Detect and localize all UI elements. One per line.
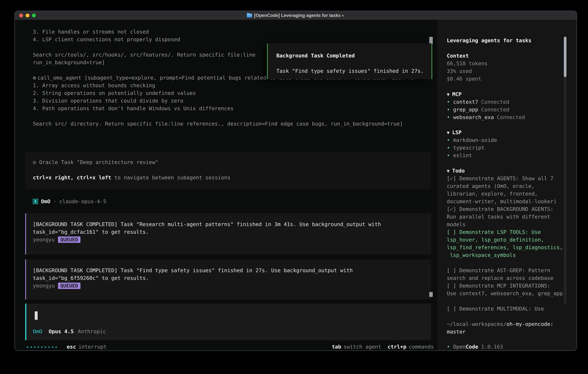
input-agent-name: OmO (33, 328, 42, 335)
task-message-line: [BACKGROUND TASK COMPLETED] Task "Find t… (33, 267, 431, 274)
background-task-notification: Background Task Completed Task "Find typ… (267, 43, 432, 79)
task-author-row: yeongyu QUEUED (33, 236, 431, 243)
transcript-line (33, 112, 438, 120)
main-scrollbar-thumb-bottom[interactable] (429, 292, 433, 297)
session-sidebar: Leveraging agents for tasks Context 66,5… (437, 20, 577, 351)
todo-section-header[interactable]: ▼Todo (447, 167, 465, 175)
omo-agent-icon (33, 199, 38, 204)
app-version: •OpenCode1.0.163 (447, 343, 503, 351)
status-dot-icon: • (447, 344, 450, 350)
todo-item-pending: [ ] Demonstrate MCP INTEGRATIONS: Use co… (447, 282, 574, 297)
close-window-button[interactable] (19, 14, 23, 17)
task-message-line: task_id="bg_6f59260c" to get results. (33, 274, 431, 282)
main-scrollbar-thumb-top[interactable] (429, 37, 433, 44)
spinner-icon: ▪▪▪▪▪▪▪▪▪ (26, 345, 59, 349)
todo-line: Use context7, websearch_exa, grep_app (447, 290, 574, 297)
chevron-down-icon: ▼ (447, 92, 450, 97)
text-cursor (35, 311, 38, 320)
todo-line: [✓] Demonstrate AGENTS: Show all 7 (447, 175, 574, 182)
input-provider-name: Anthropic (78, 328, 106, 335)
lsp-server-item: •typescript (447, 144, 484, 152)
todo-line: [ ] Demonstrate AST-GREP: Pattern (447, 267, 574, 274)
folder-icon (247, 14, 252, 18)
lsp-server-item: •markdown-oxide (447, 136, 497, 144)
tab-key-hint: tab (332, 344, 341, 350)
todo-line: lsp_find_references, lsp_diagnostics, (447, 244, 574, 251)
prompt-input[interactable]: OmO Opus 4.5 Anthropic (25, 303, 431, 340)
background-task-message: [BACKGROUND TASK COMPLETED] Task "Resear… (25, 213, 431, 255)
esc-key-hint: esc (67, 344, 76, 350)
oracle-icon: ◎ (33, 159, 36, 165)
mcp-section-header[interactable]: ▼MCP (447, 90, 462, 98)
lsp-section-header[interactable]: ▼LSP (447, 129, 462, 136)
window-title-group: [OpenCode] Leveraging agents for tasks ◐ (247, 13, 345, 18)
oracle-task-card[interactable]: ◎ Oracle Task "Deep architecture review"… (25, 152, 431, 189)
zoom-window-button[interactable] (32, 14, 36, 17)
lsp-server-name: typescript (453, 145, 484, 151)
status-dot-icon: • (447, 99, 450, 105)
status-bar: ▪▪▪▪▪▪▪▪▪ esc interrupt tab switch agent… (26, 343, 434, 351)
status-dot-icon: • (447, 145, 450, 151)
status-dot-icon: • (447, 152, 450, 158)
session-title: Leveraging agents for tasks (447, 37, 531, 44)
mcp-server-status: Connected (497, 114, 525, 120)
todo-line: lsp_workspace_symbols (447, 251, 574, 259)
oracle-hint: ctrl+x right, ctrl+x left to navigate be… (33, 174, 431, 181)
sidebar-scrollbar-thumb[interactable] (564, 37, 567, 77)
lsp-server-item: •eslint (447, 152, 472, 159)
mcp-server-item: •websearch_exaConnected (447, 113, 525, 121)
context-spent: $0.46 spent (447, 75, 481, 83)
oracle-task-title: ◎ Oracle Task "Deep architecture review" (33, 158, 431, 166)
oracle-hint-text: to navigate between subagent sessions (111, 175, 231, 180)
todo-line: [ ] Demonstrate MULTIMODAL: Use (447, 305, 574, 312)
titlebar: [OpenCode] Leveraging agents for tasks ◐ (15, 11, 577, 20)
transcript-line: 4. Path operations that don't handle Win… (33, 104, 438, 112)
mcp-heading-label: MCP (452, 91, 462, 97)
chevron-down-icon: ▼ (447, 168, 450, 174)
transcript-line: Search src/ directory. Return specific f… (33, 120, 438, 128)
agent-model: claude-opus-4-5 (59, 198, 106, 204)
transcript-line: 3. File handles or streams not closed (33, 28, 438, 36)
queued-badge: QUEUED (58, 283, 80, 289)
context-heading: Context (447, 52, 469, 60)
notification-body: Task "Find type safety issues" finished … (276, 67, 431, 75)
git-branch-name: master (447, 329, 466, 335)
todo-line: lsp_hover, lsp_goto_definition, (447, 236, 574, 244)
todo-line: models (447, 220, 574, 228)
context-used: 33% used (447, 67, 472, 75)
chevron-down-icon: ▼ (447, 130, 450, 135)
input-footer: OmO Opus 4.5 Anthropic (33, 328, 106, 335)
traffic-lights (19, 14, 36, 17)
status-dot-icon: • (447, 114, 450, 120)
gear-icon: ⚙ (33, 75, 36, 81)
todo-line: [ ] Demonstrate MCP INTEGRATIONS: (447, 282, 574, 290)
status-dot-icon: • (447, 137, 450, 143)
sidebar-scrollbar-track[interactable] (564, 37, 567, 305)
mcp-server-name: websearch_exa (453, 114, 494, 120)
desktop-background: [OpenCode] Leveraging agents for tasks ◐… (0, 0, 588, 374)
todo-item-done: [✓] Demonstrate AGENTS: Show all 7 curat… (447, 175, 574, 205)
todo-line: document-writer, multimodal-looker) (447, 197, 574, 205)
status-dot-icon: • (447, 107, 450, 113)
mcp-server-name: context7 (453, 99, 478, 105)
terminal-window: [OpenCode] Leveraging agents for tasks ◐… (14, 11, 577, 351)
todo-item-pending: [ ] Demonstrate AST-GREP: Pattern search… (447, 267, 574, 282)
mcp-server-name: grep_app (453, 107, 478, 113)
app-version-number: 1.0.163 (481, 344, 503, 350)
todo-list: [✓] Demonstrate AGENTS: Show all 7 curat… (447, 175, 574, 312)
status-left: ▪▪▪▪▪▪▪▪▪ esc interrupt (26, 344, 107, 350)
workspace-path: ~/local-workspaces/oh-my-opencode: (447, 320, 553, 328)
workspace-repo-name: oh-my-opencode: (506, 321, 553, 327)
task-author: yeongyu (33, 237, 55, 242)
minimize-window-button[interactable] (26, 14, 29, 17)
agent-name: OmO (41, 198, 50, 204)
transcript-line: 1. Array access without bounds checking (33, 82, 438, 89)
tab-key-label: switch agent (344, 344, 381, 350)
todo-line: [✓] Demonstrate BACKGROUND AGENTS: (447, 205, 574, 213)
todo-line: Run parallel tasks with different (447, 213, 574, 220)
ctrlp-key-label: commands (409, 344, 434, 350)
app-name-light: Open (453, 344, 466, 350)
queued-badge: QUEUED (58, 237, 80, 243)
oracle-title-label: Oracle Task "Deep architecture review" (39, 159, 158, 165)
task-message-line: [BACKGROUND TASK COMPLETED] Task "Resear… (33, 220, 431, 228)
